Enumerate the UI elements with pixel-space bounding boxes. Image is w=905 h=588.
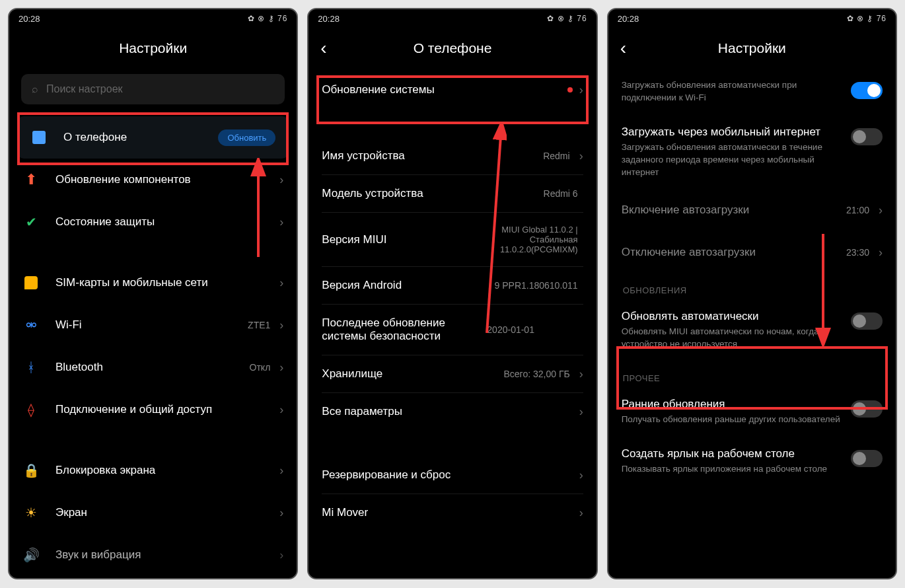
row-all-params[interactable]: Все параметры › [308, 393, 596, 430]
row-sim[interactable]: SIM-карты и мобильные сети › [9, 262, 297, 304]
status-time: 20:28 [618, 14, 639, 24]
status-icons: ✿ ⊗ ⚷ 76 [847, 14, 887, 23]
row-lock-screen[interactable]: 🔒 Блокировка экрана › [9, 449, 297, 492]
row-components-update[interactable]: ⬆ Обновление компонентов › [9, 159, 297, 201]
toggle-switch[interactable] [851, 312, 883, 330]
row-autoload-off[interactable]: Отключение автозагрузки 23:30 › [608, 231, 896, 274]
screen-update-settings: 20:28 ✿ ⊗ ⚷ 76 ‹ Настройки Загружать обн… [607, 8, 897, 579]
status-icons: ✿ ⊗ ⚷ 76 [547, 14, 587, 23]
chevron-right-icon: › [279, 173, 283, 187]
row-label: Последнее обновление системы безопасност… [322, 316, 487, 343]
row-storage[interactable]: Хранилище Всего: 32,00 ГБ › [308, 355, 596, 392]
row-label: Bluetooth [55, 361, 250, 374]
row-label: SIM-карты и мобильные сети [55, 276, 275, 289]
search-input[interactable]: ⌕ Поиск настроек [21, 74, 285, 104]
chevron-right-icon: › [279, 506, 283, 520]
row-label: Обновление компонентов [55, 173, 275, 186]
row-miui-version[interactable]: Версия MIUI MIUI Global 11.0.2 | Стабиль… [308, 213, 596, 266]
row-early-updates[interactable]: Ранние обновления Получать обновления ра… [608, 387, 896, 437]
row-label: Звук и вибрация [55, 548, 275, 562]
section-other: ПРОЧЕЕ [608, 361, 896, 387]
row-subtitle: Загружать обновления автоматически при п… [622, 79, 842, 104]
chevron-right-icon: › [279, 276, 283, 290]
chevron-right-icon: › [579, 367, 583, 381]
update-badge[interactable]: Обновить [218, 129, 275, 146]
chevron-right-icon: › [579, 83, 583, 97]
row-value: 9 PPR1.180610.011 [495, 280, 578, 291]
row-android-version[interactable]: Версия Android 9 PPR1.180610.011 [308, 267, 596, 304]
row-title: Обновлять автоматически [622, 310, 842, 323]
toggle-switch[interactable] [851, 128, 883, 145]
row-system-update[interactable]: Обновление системы › [308, 69, 596, 111]
row-label: Обновление системы [322, 83, 567, 96]
page-title: Настройки [718, 40, 786, 56]
row-label: Подключение и общий доступ [55, 403, 275, 416]
row-value: 2020-01-01 [487, 324, 534, 335]
wifi-icon: ⚮ [22, 316, 40, 334]
chevron-right-icon: › [579, 149, 583, 163]
bluetooth-icon: ᚼ [22, 359, 40, 376]
toggle-switch[interactable] [851, 82, 883, 99]
row-bluetooth[interactable]: ᚼ Bluetooth Откл › [9, 346, 297, 388]
arrow-up-icon: ⬆ [22, 171, 40, 188]
row-device-name[interactable]: Имя устройства Redmi › [308, 137, 596, 174]
row-value: 21:00 [846, 205, 869, 215]
back-button[interactable]: ‹ [620, 38, 626, 59]
row-value: Redmi [543, 151, 569, 161]
row-label: Все параметры [322, 405, 575, 418]
section-updates: ОБНОВЛЕНИЯ [608, 274, 896, 299]
row-value: Всего: 32,00 ГБ [503, 369, 569, 379]
row-label: Включение автозагрузки [622, 203, 846, 217]
row-title: Ранние обновления [622, 398, 842, 411]
row-device-model[interactable]: Модель устройства Redmi 6 [308, 175, 596, 212]
row-security-patch[interactable]: Последнее обновление системы безопасност… [308, 305, 596, 355]
row-shortcut[interactable]: Создать ярлык на рабочем столе Показыват… [608, 437, 896, 486]
row-mi-mover[interactable]: Mi Mover › [308, 494, 596, 531]
status-time: 20:28 [318, 14, 340, 24]
row-label: Хранилище [322, 367, 503, 381]
row-label: Состояние защиты [55, 215, 275, 229]
row-about-phone[interactable]: О телефоне Обновить [17, 116, 289, 159]
row-subtitle: Обновлять MIUI автоматически по ночам, к… [622, 326, 842, 351]
toggle-switch[interactable] [851, 450, 883, 467]
row-backup-reset[interactable]: Резервирование и сброс › [308, 457, 596, 494]
chevron-right-icon: › [879, 203, 883, 217]
row-label: Wi-Fi [55, 318, 248, 332]
chevron-right-icon: › [279, 548, 283, 562]
row-label: О телефоне [63, 131, 218, 144]
chevron-right-icon: › [579, 405, 583, 419]
row-wifi[interactable]: ⚮ Wi-Fi ZTE1 › [9, 304, 297, 346]
chevron-right-icon: › [279, 464, 283, 478]
status-bar: 20:28 ✿ ⊗ ⚷ 76 [308, 9, 596, 28]
row-label: Модель устройства [322, 187, 543, 200]
row-label: Имя устройства [322, 149, 543, 163]
row-mobile-download[interactable]: Загружать через мобильный интернет Загру… [608, 115, 896, 190]
chevron-right-icon: › [279, 318, 283, 332]
page-title: Настройки [119, 40, 187, 56]
row-sharing[interactable]: ⟠ Подключение и общий доступ › [9, 388, 297, 431]
toggle-switch[interactable] [851, 400, 883, 418]
row-title: Создать ярлык на рабочем столе [622, 447, 842, 460]
search-placeholder: Поиск настроек [46, 83, 123, 95]
status-bar: 20:28 ✿ ⊗ ⚷ 76 [9, 9, 297, 28]
row-subtitle: Показывать ярлык приложения на рабочем с… [622, 463, 842, 476]
sound-icon: 🔊 [22, 546, 40, 564]
row-label: Блокировка экрана [55, 464, 275, 477]
chevron-right-icon: › [279, 361, 283, 375]
row-autoload-on[interactable]: Включение автозагрузки 21:00 › [608, 189, 896, 231]
chevron-right-icon: › [579, 506, 583, 520]
row-label: Экран [55, 506, 275, 519]
row-security-status[interactable]: ✔ Состояние защиты › [9, 201, 297, 243]
screen-about-phone: 20:28 ✿ ⊗ ⚷ 76 ‹ О телефоне Обновление с… [307, 8, 597, 579]
notification-dot-icon [567, 87, 573, 92]
back-button[interactable]: ‹ [320, 38, 326, 59]
row-auto-update[interactable]: Обновлять автоматически Обновлять MIUI а… [608, 299, 896, 361]
row-wifi-download[interactable]: Загружать обновления автоматически при п… [608, 69, 896, 115]
page-title: О телефоне [414, 40, 492, 56]
phone-icon [30, 129, 48, 146]
header: Настройки [9, 28, 297, 69]
row-sound[interactable]: 🔊 Звук и вибрация › [9, 534, 297, 576]
row-display[interactable]: ☀ Экран › [9, 492, 297, 534]
chevron-right-icon: › [279, 215, 283, 229]
sim-icon [22, 274, 40, 291]
